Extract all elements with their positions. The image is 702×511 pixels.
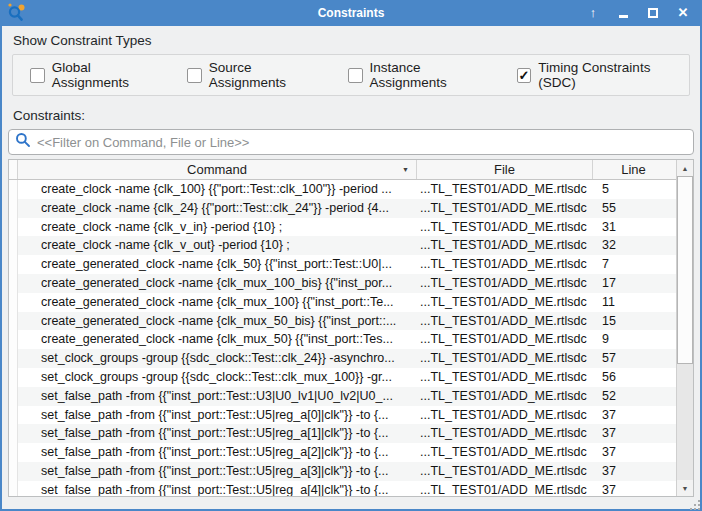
cell-command[interactable]: create_generated_clock -name {clk_50} {{…	[18, 255, 416, 274]
cell-command[interactable]: create_generated_clock -name {clk_mux_50…	[18, 330, 416, 349]
resize-grip[interactable]	[694, 504, 696, 506]
cell-line[interactable]: 37	[593, 406, 673, 425]
table-row[interactable]: set_false_path -from {{"inst_port::Test:…	[9, 481, 676, 496]
cell-command[interactable]: set_false_path -from {{"inst_port::Test:…	[18, 462, 416, 481]
cell-file[interactable]: ...TL_TEST01/ADD_ME.rtlsdc	[416, 406, 593, 425]
row-gutter	[9, 387, 18, 406]
table-body: create_clock -name {clk_100} {{"port::Te…	[9, 180, 676, 496]
filter-input[interactable]	[37, 135, 687, 150]
checkbox-label: Source Assignments	[209, 60, 330, 90]
cell-command[interactable]: create_clock -name {clk_100} {{"port::Te…	[18, 180, 416, 199]
cell-file[interactable]: ...TL_TEST01/ADD_ME.rtlsdc	[416, 349, 593, 368]
cell-file[interactable]: ...TL_TEST01/ADD_ME.rtlsdc	[416, 255, 593, 274]
checkbox-label: Timing Constraints (SDC)	[538, 60, 689, 90]
unchecked-checkbox-icon[interactable]	[348, 68, 363, 83]
table-row[interactable]: set_false_path -from {{"inst_port::Test:…	[9, 462, 676, 481]
cell-line[interactable]: 15	[593, 312, 673, 331]
table-row[interactable]: set_false_path -from {{"inst_port::Test:…	[9, 406, 676, 425]
cell-command[interactable]: create_clock -name {clk_v_in} -period {1…	[18, 218, 416, 237]
cell-file[interactable]: ...TL_TEST01/ADD_ME.rtlsdc	[416, 312, 593, 331]
cell-line[interactable]: 7	[593, 255, 673, 274]
table-row[interactable]: create_clock -name {clk_v_out} -period {…	[9, 236, 676, 255]
cell-command[interactable]: set_false_path -from {{"inst_port::Test:…	[18, 406, 416, 425]
cell-line[interactable]: 37	[593, 424, 673, 443]
cell-line[interactable]: 5	[593, 180, 673, 199]
cell-command[interactable]: create_generated_clock -name {clk_mux_50…	[18, 312, 416, 331]
cell-line[interactable]: 55	[593, 199, 673, 218]
cell-line[interactable]: 9	[593, 330, 673, 349]
cell-command[interactable]: set_false_path -from {{"inst_port::Test:…	[18, 387, 416, 406]
table-row[interactable]: create_clock -name {clk_100} {{"port::Te…	[9, 180, 676, 199]
table-row[interactable]: create_generated_clock -name {clk_mux_50…	[9, 312, 676, 331]
cell-command[interactable]: set_clock_groups -group {{sdc_clock::Tes…	[18, 368, 416, 387]
cell-line[interactable]: 57	[593, 349, 673, 368]
row-gutter	[9, 218, 18, 237]
table-row[interactable]: create_generated_clock -name {clk_mux_10…	[9, 293, 676, 312]
cell-file[interactable]: ...TL_TEST01/ADD_ME.rtlsdc	[416, 368, 593, 387]
table-row[interactable]: set_false_path -from {{"inst_port::Test:…	[9, 424, 676, 443]
checkbox-source-assignments[interactable]: Source Assignments	[187, 60, 330, 90]
scrollbar-thumb[interactable]	[677, 176, 693, 364]
column-header-line[interactable]: Line	[593, 160, 674, 179]
cell-command[interactable]: set_false_path -from {{"inst_port::Test:…	[18, 424, 416, 443]
table-row[interactable]: create_generated_clock -name {clk_mux_50…	[9, 330, 676, 349]
checkmark-icon: ✓	[519, 69, 530, 82]
table-row[interactable]: set_false_path -from {{"inst_port::Test:…	[9, 443, 676, 462]
cell-file[interactable]: ...TL_TEST01/ADD_ME.rtlsdc	[416, 293, 593, 312]
cell-line[interactable]: 17	[593, 274, 673, 293]
checkbox-instance-assignments[interactable]: Instance Assignments	[348, 60, 499, 90]
table-row[interactable]: set_false_path -from {{"inst_port::Test:…	[9, 387, 676, 406]
cell-command[interactable]: set_false_path -from {{"inst_port::Test:…	[18, 481, 416, 496]
cell-file[interactable]: ...TL_TEST01/ADD_ME.rtlsdc	[416, 462, 593, 481]
show-constraint-types-label: Show Constraint Types	[13, 33, 152, 48]
row-gutter	[9, 462, 18, 481]
table-row[interactable]: create_clock -name {clk_v_in} -period {1…	[9, 218, 676, 237]
row-gutter	[9, 236, 18, 255]
column-header-file[interactable]: File	[417, 160, 593, 179]
cell-line[interactable]: 52	[593, 387, 673, 406]
close-button[interactable]: ✕	[676, 0, 690, 26]
cell-command[interactable]: create_generated_clock -name {clk_mux_10…	[18, 293, 416, 312]
checkbox-global-assignments[interactable]: Global Assignments	[30, 60, 169, 90]
cell-line[interactable]: 31	[593, 218, 673, 237]
unchecked-checkbox-icon[interactable]	[187, 68, 202, 83]
table-row[interactable]: set_clock_groups -group {{sdc_clock::Tes…	[9, 368, 676, 387]
unchecked-checkbox-icon[interactable]	[30, 68, 45, 83]
maximize-button[interactable]	[646, 0, 660, 26]
cell-command[interactable]: set_clock_groups -group {{sdc_clock::Tes…	[18, 349, 416, 368]
vertical-scrollbar[interactable]: ▲ ▼	[676, 160, 693, 496]
cell-line[interactable]: 37	[593, 443, 673, 462]
cell-file[interactable]: ...TL_TEST01/ADD_ME.rtlsdc	[416, 387, 593, 406]
cell-file[interactable]: ...TL_TEST01/ADD_ME.rtlsdc	[416, 218, 593, 237]
cell-file[interactable]: ...TL_TEST01/ADD_ME.rtlsdc	[416, 236, 593, 255]
search-icon	[15, 132, 31, 152]
scroll-up-button[interactable]: ▲	[677, 160, 693, 176]
cell-command[interactable]: create_generated_clock -name {clk_mux_10…	[18, 274, 416, 293]
cell-line[interactable]: 32	[593, 236, 673, 255]
table-row[interactable]: set_clock_groups -group {{sdc_clock::Tes…	[9, 349, 676, 368]
cell-line[interactable]: 37	[593, 481, 673, 496]
cell-command[interactable]: create_clock -name {clk_24} {{"port::Tes…	[18, 199, 416, 218]
cell-file[interactable]: ...TL_TEST01/ADD_ME.rtlsdc	[416, 481, 593, 496]
minimize-button[interactable]	[616, 0, 630, 26]
table-row[interactable]: create_generated_clock -name {clk_50} {{…	[9, 255, 676, 274]
cell-file[interactable]: ...TL_TEST01/ADD_ME.rtlsdc	[416, 274, 593, 293]
cell-line[interactable]: 37	[593, 462, 673, 481]
cell-line[interactable]: 56	[593, 368, 673, 387]
cell-command[interactable]: create_clock -name {clk_v_out} -period {…	[18, 236, 416, 255]
scroll-down-button[interactable]: ▼	[677, 480, 693, 496]
checked-checkbox-icon[interactable]: ✓	[517, 68, 532, 83]
cell-command[interactable]: set_false_path -from {{"inst_port::Test:…	[18, 443, 416, 462]
cell-file[interactable]: ...TL_TEST01/ADD_ME.rtlsdc	[416, 443, 593, 462]
checkbox-timing-constraints-sdc[interactable]: ✓Timing Constraints (SDC)	[517, 60, 689, 90]
rollup-button[interactable]: ↑	[586, 0, 600, 26]
table-row[interactable]: create_clock -name {clk_24} {{"port::Tes…	[9, 199, 676, 218]
cell-file[interactable]: ...TL_TEST01/ADD_ME.rtlsdc	[416, 330, 593, 349]
table-row[interactable]: create_generated_clock -name {clk_mux_10…	[9, 274, 676, 293]
cell-file[interactable]: ...TL_TEST01/ADD_ME.rtlsdc	[416, 180, 593, 199]
cell-file[interactable]: ...TL_TEST01/ADD_ME.rtlsdc	[416, 199, 593, 218]
titlebar[interactable]: Constraints ↑ ✕	[2, 0, 700, 26]
cell-file[interactable]: ...TL_TEST01/ADD_ME.rtlsdc	[416, 424, 593, 443]
cell-line[interactable]: 11	[593, 293, 673, 312]
column-header-command[interactable]: Command ▼	[18, 160, 417, 179]
